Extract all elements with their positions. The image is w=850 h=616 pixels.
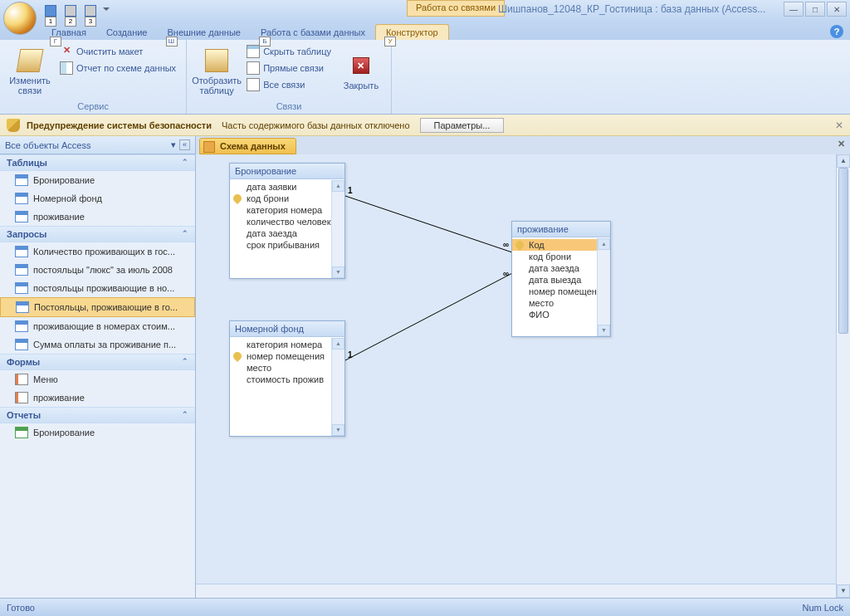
object-icon (15, 320, 28, 332)
security-close-icon[interactable]: ✕ (835, 120, 843, 131)
table-field[interactable]: номер помещени (512, 286, 610, 297)
table-field[interactable]: дата заявки (230, 181, 344, 193)
qat-undo[interactable]: 2 (61, 2, 80, 20)
svg-line-1 (345, 271, 517, 360)
nav-dropdown-icon[interactable]: ▾ (171, 139, 176, 150)
object-icon (15, 246, 28, 257)
nav-group-queries[interactable]: Запросы⌃ (0, 226, 195, 242)
table-field[interactable]: номер помещения (230, 350, 344, 362)
document-tab-schema[interactable]: Схема данных (199, 138, 296, 154)
nav-item[interactable]: Количество проживающих в гос... (0, 242, 195, 261)
table-field[interactable]: код брони (230, 193, 344, 204)
tab-design[interactable]: КонструкторУ (375, 24, 449, 40)
close-button[interactable]: ✕ (827, 2, 847, 17)
table-field[interactable]: место (230, 362, 344, 374)
office-button[interactable] (3, 2, 37, 35)
ribbon-group-service: Изменить связи ✕Очистить макет Отчет по … (0, 40, 187, 114)
object-icon (15, 339, 28, 350)
security-options-button[interactable]: Параметры... (420, 118, 505, 133)
nav-collapse-icon[interactable]: « (179, 139, 190, 150)
nav-item[interactable]: Бронирование (0, 171, 195, 189)
table-field[interactable]: количество человек (230, 216, 344, 227)
qat-dropdown-icon[interactable] (103, 7, 110, 14)
nav-group-reports[interactable]: Отчеты⌃ (0, 407, 195, 423)
direct-relations-button[interactable]: Прямые связи (243, 60, 335, 76)
table-field[interactable]: место (512, 297, 610, 309)
nav-item[interactable]: постояльцы "люкс" за июль 2008 (0, 261, 195, 279)
ribbon-group-label: Связи (192, 100, 386, 112)
scroll-up-icon[interactable]: ▲ (837, 154, 850, 168)
hide-table-button[interactable]: Скрыть таблицу (243, 43, 335, 60)
qat-redo[interactable]: 3 (81, 2, 100, 20)
table-box[interactable]: проживаниеКодкод бронидата заездадата вы… (511, 221, 611, 337)
window-title: Шишпанов_12048_КР_Гостиница : база данны… (498, 3, 765, 15)
chevron-up-icon: ⌃ (182, 229, 188, 239)
table-field[interactable]: Код (512, 239, 610, 251)
close-designer-button[interactable]: ✕ Закрыть (336, 42, 386, 100)
horizontal-scrollbar[interactable] (196, 584, 836, 598)
ribbon: Изменить связи ✕Очистить макет Отчет по … (0, 40, 850, 115)
table-field[interactable]: срок прибывания (230, 239, 344, 251)
object-icon (15, 193, 28, 204)
edit-relationships-button[interactable]: Изменить связи (5, 42, 55, 100)
nav-group-forms[interactable]: Формы⌃ (0, 354, 195, 370)
nav-item[interactable]: Постояльцы, проживающие в го... (0, 297, 195, 317)
clear-layout-button[interactable]: ✕Очистить макет (56, 43, 179, 60)
table-field[interactable]: дата заезда (230, 227, 344, 239)
schema-report-button[interactable]: Отчет по схеме данных (56, 60, 179, 76)
nav-item-label: проживающие в номерах стоим... (33, 321, 175, 331)
nav-item[interactable]: проживание (0, 389, 195, 407)
tab-create[interactable]: Создание (96, 25, 158, 40)
status-text: Готово (7, 603, 35, 613)
nav-item[interactable]: Меню (0, 370, 195, 389)
table-header[interactable]: Номерной фонд (230, 321, 344, 337)
table-field[interactable]: стоимость прожив (230, 374, 344, 385)
nav-item[interactable]: Сумма оплаты за проживание п... (0, 335, 195, 354)
tab-externaldata[interactable]: Внешние данныеШ (158, 25, 251, 40)
table-box[interactable]: Бронированиедата заявкикод броникатегори… (229, 163, 345, 279)
nav-item-label: проживание (33, 393, 85, 403)
table-box[interactable]: Номерной фондкатегория номераномер помещ… (229, 320, 345, 437)
table-scrollbar[interactable]: ▲▼ (331, 338, 344, 436)
nav-item[interactable]: Номерной фонд (0, 189, 195, 208)
ribbon-tabs: ГлавнаяГ Создание Внешние данныеШ Работа… (0, 22, 850, 40)
minimize-button[interactable]: — (784, 2, 804, 17)
nav-pane-header[interactable]: Все объекты Access ▾« (0, 136, 195, 154)
ribbon-group-label: Сервис (5, 100, 181, 112)
object-icon (15, 374, 28, 385)
table-scrollbar[interactable]: ▲▼ (597, 238, 610, 336)
restore-button[interactable]: □ (805, 2, 825, 17)
nav-item-label: Меню (33, 374, 58, 384)
scroll-down-icon[interactable]: ▼ (837, 584, 850, 598)
scroll-thumb[interactable] (838, 168, 848, 334)
table-field[interactable]: код брони (512, 251, 610, 262)
object-icon (16, 301, 29, 313)
tab-dbtools[interactable]: Работа с базами данныхБ (251, 25, 375, 40)
table-field[interactable]: категория номера (230, 204, 344, 216)
all-relations-button[interactable]: Все связи (243, 76, 335, 93)
qat-save[interactable]: 1 (42, 2, 60, 20)
nav-item-label: Постояльцы, проживающие в го... (34, 302, 178, 312)
table-field[interactable]: дата заезда (512, 262, 610, 274)
tab-home[interactable]: ГлавнаяГ (42, 25, 96, 40)
rel-cardinality-one: 1 (348, 186, 353, 195)
table-header[interactable]: Бронирование (230, 164, 344, 179)
nav-item[interactable]: постояльцы проживающие в но... (0, 279, 195, 297)
show-table-button[interactable]: Отобразить таблицу (192, 42, 242, 100)
nav-item[interactable]: проживание (0, 208, 195, 226)
nav-item[interactable]: Бронирование (0, 423, 195, 442)
document-close-icon[interactable]: ✕ (838, 139, 845, 149)
vertical-scrollbar[interactable]: ▲ ▼ (836, 154, 850, 598)
table-scrollbar[interactable]: ▲▼ (331, 180, 344, 278)
help-icon[interactable]: ? (830, 25, 843, 38)
relationships-canvas[interactable]: 1 ∞ 1 ∞ Бронированиедата заявкикод брони… (196, 154, 850, 598)
table-field[interactable]: категория номера (230, 339, 344, 350)
object-icon (15, 427, 28, 438)
object-icon (15, 282, 28, 294)
object-icon (15, 211, 28, 222)
nav-group-tables[interactable]: Таблицы⌃ (0, 154, 195, 171)
table-field[interactable]: ФИО (512, 309, 610, 320)
table-field[interactable]: дата выезда (512, 274, 610, 286)
table-header[interactable]: проживание (512, 222, 610, 237)
nav-item[interactable]: проживающие в номерах стоим... (0, 317, 195, 335)
